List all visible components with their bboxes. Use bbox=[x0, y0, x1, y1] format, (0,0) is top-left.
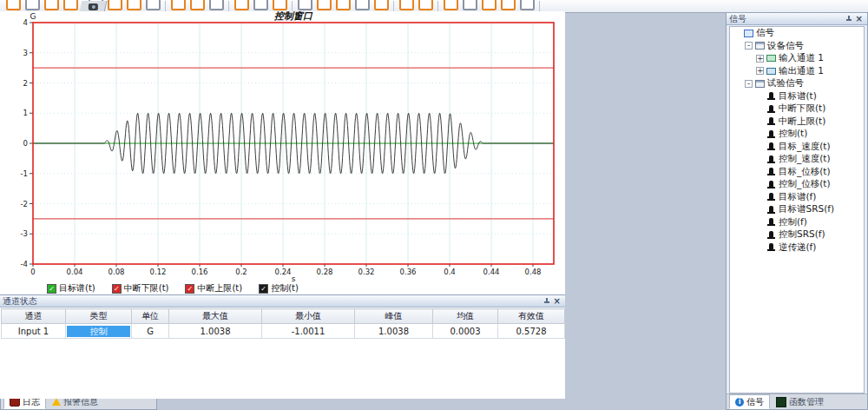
toolbar-button[interactable] bbox=[333, 0, 352, 12]
column-header[interactable]: 通道 bbox=[2, 309, 66, 324]
toolbar-button[interactable] bbox=[3, 0, 23, 12]
y-tick-label: -4 bbox=[21, 260, 28, 268]
tree-item-label: 输出通道 1 bbox=[779, 65, 824, 77]
toolbar-button[interactable] bbox=[168, 0, 187, 12]
tree-item[interactable]: +输入通道 1 bbox=[730, 52, 864, 65]
toolbar-icon bbox=[44, 0, 59, 10]
toolbar-button[interactable] bbox=[143, 0, 162, 12]
signal-icon bbox=[769, 142, 773, 149]
tab-label: 信号 bbox=[746, 396, 764, 408]
tree-item[interactable]: 控制_位移(t) bbox=[730, 178, 864, 191]
signal-icon bbox=[769, 231, 773, 237]
toolbar-icon bbox=[520, 0, 535, 10]
tree-item[interactable]: +输出通道 1 bbox=[730, 65, 864, 78]
pin-icon[interactable] bbox=[845, 15, 852, 23]
toolbar-button[interactable] bbox=[498, 0, 517, 12]
toolbar-button[interactable] bbox=[460, 0, 479, 12]
tree-item[interactable]: -设备信号 bbox=[730, 40, 864, 53]
toolbar-button[interactable] bbox=[416, 0, 435, 12]
signal-tree: 信号-设备信号+输入通道 1+输出通道 1-试验信号目标谱(t)中断下限(t)中… bbox=[729, 26, 865, 393]
tree-item[interactable]: 控制SRS(f) bbox=[730, 228, 864, 241]
toolbar-icon bbox=[234, 0, 249, 10]
signal-icon bbox=[769, 92, 773, 98]
toolbar-button[interactable] bbox=[270, 0, 289, 12]
toolbar-button[interactable] bbox=[441, 0, 460, 12]
toolbar-button[interactable] bbox=[207, 0, 226, 12]
toolbar-button[interactable] bbox=[314, 0, 333, 12]
tree-item[interactable]: 信号 bbox=[730, 27, 864, 40]
column-header[interactable]: 峰值 bbox=[355, 309, 433, 324]
toolbar-button[interactable] bbox=[372, 0, 391, 12]
tab-信号[interactable]: 信号 bbox=[729, 394, 770, 409]
tree-expander[interactable]: - bbox=[745, 80, 753, 88]
column-header[interactable]: 单位 bbox=[132, 309, 169, 324]
x-tick-label: 0.08 bbox=[108, 268, 125, 276]
control-chart[interactable]: 00.040.080.120.160.20.240.280.320.360.40… bbox=[0, 11, 565, 294]
toolbar-button[interactable] bbox=[295, 0, 314, 12]
column-header[interactable]: 类型 bbox=[66, 309, 132, 324]
toolbar-icon bbox=[501, 0, 516, 10]
tree-item[interactable]: 控制(t) bbox=[730, 128, 864, 141]
tree-expander[interactable]: + bbox=[756, 67, 764, 75]
tree-item[interactable]: 目标谱(f) bbox=[730, 191, 864, 204]
y-tick-label: -1 bbox=[21, 169, 28, 178]
tree-item[interactable]: 控制_速度(t) bbox=[730, 153, 864, 166]
toolbar-button[interactable] bbox=[232, 0, 251, 12]
toolbar-button[interactable] bbox=[187, 0, 207, 12]
toolbar-button[interactable] bbox=[517, 0, 536, 12]
column-header[interactable]: 最小值 bbox=[262, 309, 355, 324]
legend-checkbox[interactable]: ✓ bbox=[47, 284, 56, 294]
toolbar-button[interactable] bbox=[124, 0, 143, 12]
toolbar-button[interactable] bbox=[23, 0, 42, 12]
device-icon bbox=[755, 80, 765, 88]
close-icon[interactable]: × bbox=[554, 297, 561, 306]
tree-expander[interactable]: + bbox=[756, 55, 764, 63]
toolbar-icon bbox=[355, 0, 370, 10]
toolbar-button[interactable] bbox=[105, 0, 124, 12]
tree-item[interactable]: -试验信号 bbox=[730, 77, 864, 90]
column-header[interactable]: 最大值 bbox=[169, 309, 262, 324]
toolbar-button[interactable] bbox=[251, 0, 270, 12]
toolbar-button[interactable] bbox=[61, 0, 80, 12]
tree-item[interactable]: 目标_速度(t) bbox=[730, 141, 864, 154]
tree-expander[interactable]: - bbox=[745, 42, 753, 50]
tree-item[interactable]: 逆传递(f) bbox=[730, 241, 864, 255]
toolbar-button[interactable] bbox=[42, 0, 61, 12]
table-row[interactable]: Input 1控制G1.0038-1.00111.00380.00030.572… bbox=[2, 324, 565, 339]
close-icon[interactable]: × bbox=[856, 15, 863, 23]
pin-icon[interactable] bbox=[543, 297, 550, 306]
tree-item[interactable]: 目标_位移(t) bbox=[730, 166, 864, 179]
signal-titlebar: 信号 × bbox=[727, 13, 867, 25]
legend-item: ✓中断上限(t) bbox=[185, 282, 242, 294]
toolbar-button[interactable] bbox=[397, 0, 416, 12]
tree-item[interactable]: 控制(f) bbox=[730, 216, 864, 229]
tree-item-label: 中断上限(t) bbox=[779, 116, 825, 128]
toolbar-icon bbox=[63, 0, 78, 10]
signal-icon bbox=[769, 130, 773, 136]
tree-item-label: 逆传递(f) bbox=[779, 241, 816, 254]
tab-函数管理[interactable]: 函数管理 bbox=[770, 394, 830, 409]
toolbar-icon bbox=[146, 0, 161, 10]
column-header[interactable]: 有效值 bbox=[498, 309, 565, 324]
y-tick-label: 2 bbox=[23, 79, 28, 88]
column-header[interactable]: 均值 bbox=[433, 309, 498, 324]
toolbar-icon bbox=[463, 0, 477, 10]
tree-item[interactable]: 中断下限(t) bbox=[730, 102, 864, 116]
signal-icon bbox=[769, 155, 773, 162]
legend-item: ✓目标谱(t) bbox=[47, 282, 95, 294]
legend-checkbox[interactable]: ✓ bbox=[185, 284, 194, 294]
legend-checkbox[interactable]: ✓ bbox=[259, 284, 268, 294]
toolbar-icon bbox=[253, 0, 268, 10]
app-window: { "toolbar": {"groups": [4, 4, 3, 3, 5, … bbox=[0, 0, 868, 410]
toolbar-button[interactable] bbox=[479, 0, 498, 12]
toolbar-button[interactable] bbox=[352, 0, 372, 12]
tree-item[interactable]: 目标谱SRS(f) bbox=[730, 203, 864, 216]
toolbar-separator bbox=[393, 1, 394, 11]
y-tick-label: -2 bbox=[21, 200, 28, 208]
tree-item[interactable]: 目标谱(t) bbox=[730, 90, 864, 103]
tree-item[interactable]: 中断上限(t) bbox=[730, 116, 864, 129]
tree-item-label: 控制_位移(t) bbox=[779, 178, 831, 190]
signal-icon bbox=[769, 117, 773, 123]
toolbar-icon bbox=[273, 0, 287, 10]
legend-checkbox[interactable]: ✓ bbox=[112, 284, 122, 294]
